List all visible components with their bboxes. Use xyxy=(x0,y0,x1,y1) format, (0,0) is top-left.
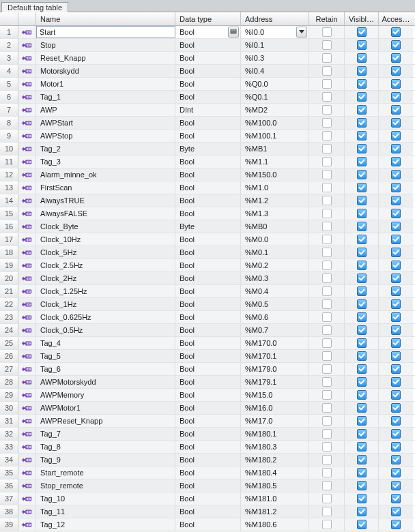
row-number[interactable]: 9 xyxy=(0,130,18,142)
header-datatype[interactable]: Data type xyxy=(175,12,241,25)
tag-name-cell[interactable]: Clock_1Hz xyxy=(36,298,175,310)
retain-checkbox[interactable] xyxy=(322,429,332,439)
tag-name-cell[interactable]: Clock_5Hz xyxy=(36,246,175,258)
datatype-cell[interactable]: Byte xyxy=(175,220,241,233)
table-row[interactable]: 37 Tag_10 Bool %M181.0 xyxy=(0,492,415,505)
tag-name-cell[interactable]: Tag_7 xyxy=(36,428,175,440)
tag-name-cell[interactable]: Stop_remote xyxy=(36,479,175,492)
address-cell[interactable]: %I0.0 xyxy=(241,26,309,38)
tag-name-cell[interactable]: Clock_2.5Hz xyxy=(36,259,175,271)
tag-name-cell[interactable]: Alarm_minne_ok xyxy=(36,168,175,181)
row-number[interactable]: 13 xyxy=(0,181,18,194)
retain-checkbox[interactable] xyxy=(322,261,332,270)
tag-name-cell[interactable]: Motor1 xyxy=(36,78,175,90)
address-cell[interactable]: %M180.1 xyxy=(241,428,309,440)
address-cell[interactable]: %M179.0 xyxy=(241,363,309,375)
visible-checkbox[interactable] xyxy=(357,144,367,153)
table-row[interactable]: 1 Start Bool %I0.0 xyxy=(0,26,415,39)
address-cell[interactable]: %M180.2 xyxy=(241,454,309,466)
tag-name-cell[interactable]: Tag_4 xyxy=(36,337,175,349)
visible-checkbox[interactable] xyxy=(357,92,367,102)
retain-checkbox[interactable] xyxy=(322,131,332,141)
retain-checkbox[interactable] xyxy=(322,209,332,218)
accessible-checkbox[interactable] xyxy=(391,338,401,348)
tag-name-cell[interactable]: Clock_Byte xyxy=(36,220,175,233)
address-cell[interactable]: %M1.0 xyxy=(241,181,309,194)
visible-checkbox[interactable] xyxy=(357,442,367,452)
table-row[interactable]: 10 Tag_2 Byte %MB1 xyxy=(0,143,415,156)
table-row[interactable]: 20 Clock_2Hz Bool %M0.3 xyxy=(0,272,415,285)
accessible-checkbox[interactable] xyxy=(391,390,401,400)
header-accessible[interactable]: Acces… xyxy=(379,12,413,25)
retain-checkbox[interactable] xyxy=(322,118,332,128)
address-cell[interactable]: %M179.1 xyxy=(241,376,309,388)
row-number[interactable]: 19 xyxy=(0,259,18,271)
address-cell[interactable]: %M181.2 xyxy=(241,505,309,518)
row-number[interactable]: 31 xyxy=(0,415,18,427)
retain-checkbox[interactable] xyxy=(322,390,332,400)
row-number[interactable]: 24 xyxy=(0,324,18,336)
accessible-checkbox[interactable] xyxy=(391,196,401,205)
row-number[interactable]: 18 xyxy=(0,246,18,258)
retain-checkbox[interactable] xyxy=(322,416,332,426)
address-cell[interactable]: %M0.3 xyxy=(241,272,309,284)
accessible-checkbox[interactable] xyxy=(391,79,401,89)
visible-checkbox[interactable] xyxy=(357,170,367,179)
table-row[interactable]: 21 Clock_1.25Hz Bool %M0.4 xyxy=(0,285,415,298)
accessible-checkbox[interactable] xyxy=(391,416,401,426)
datatype-cell[interactable]: Bool xyxy=(175,246,241,258)
accessible-checkbox[interactable] xyxy=(391,235,401,244)
row-number[interactable]: 15 xyxy=(0,207,18,220)
row-number[interactable]: 22 xyxy=(0,298,18,310)
retain-checkbox[interactable] xyxy=(322,235,332,244)
address-cell[interactable]: %M170.0 xyxy=(241,337,309,349)
retain-checkbox[interactable] xyxy=(322,299,332,309)
visible-checkbox[interactable] xyxy=(357,53,367,63)
visible-checkbox[interactable] xyxy=(357,364,367,374)
address-cell[interactable]: %M100.1 xyxy=(241,130,309,142)
address-cell[interactable]: %M181.0 xyxy=(241,492,309,505)
table-row[interactable]: 35 Start_remote Bool %M180.4 xyxy=(0,467,415,479)
accessible-checkbox[interactable] xyxy=(391,40,401,50)
retain-checkbox[interactable] xyxy=(322,494,332,503)
retain-checkbox[interactable] xyxy=(322,183,332,192)
table-row[interactable]: 34 Tag_9 Bool %M180.2 xyxy=(0,454,415,467)
address-cell[interactable]: %M0.2 xyxy=(241,259,309,271)
table-row[interactable]: 23 Clock_0.625Hz Bool %M0.6 xyxy=(0,311,415,324)
address-cell[interactable]: %M100.0 xyxy=(241,117,309,129)
table-row[interactable]: 13 FirstScan Bool %M1.0 xyxy=(0,181,415,194)
address-cell[interactable]: %M180.6 xyxy=(241,518,309,531)
header-name[interactable]: Name xyxy=(36,12,175,25)
visible-checkbox[interactable] xyxy=(357,157,367,166)
visible-checkbox[interactable] xyxy=(357,261,367,270)
visible-checkbox[interactable] xyxy=(357,235,367,244)
address-cell[interactable]: %M17.0 xyxy=(241,415,309,427)
address-dropdown-button[interactable] xyxy=(296,27,307,38)
visible-checkbox[interactable] xyxy=(357,455,367,464)
retain-checkbox[interactable] xyxy=(322,40,332,50)
row-number[interactable]: 1 xyxy=(0,26,18,38)
datatype-cell[interactable]: Bool xyxy=(175,337,241,349)
address-cell[interactable]: %I0.4 xyxy=(241,65,309,77)
table-row[interactable]: 15 AlwaysFALSE Bool %M1.3 xyxy=(0,207,415,220)
retain-checkbox[interactable] xyxy=(322,170,332,179)
accessible-checkbox[interactable] xyxy=(391,209,401,218)
retain-checkbox[interactable] xyxy=(322,286,332,296)
table-row[interactable]: 26 Tag_5 Bool %M170.1 xyxy=(0,350,415,363)
address-cell[interactable]: %M15.0 xyxy=(241,389,309,401)
retain-checkbox[interactable] xyxy=(322,222,332,231)
tag-name-cell[interactable]: AlwaysTRUE xyxy=(36,194,175,207)
accessible-checkbox[interactable] xyxy=(391,105,401,115)
row-number[interactable]: 4 xyxy=(0,65,18,77)
accessible-checkbox[interactable] xyxy=(391,520,401,529)
datatype-cell[interactable]: Bool xyxy=(175,311,241,323)
retain-checkbox[interactable] xyxy=(322,364,332,374)
address-cell[interactable]: %M170.1 xyxy=(241,350,309,362)
datatype-cell[interactable]: Bool xyxy=(175,78,241,90)
row-number[interactable]: 33 xyxy=(0,441,18,453)
accessible-checkbox[interactable] xyxy=(391,274,401,283)
address-cell[interactable]: %M0.0 xyxy=(241,233,309,246)
row-number[interactable]: 2 xyxy=(0,39,18,51)
accessible-checkbox[interactable] xyxy=(391,325,401,335)
retain-checkbox[interactable] xyxy=(322,507,332,516)
